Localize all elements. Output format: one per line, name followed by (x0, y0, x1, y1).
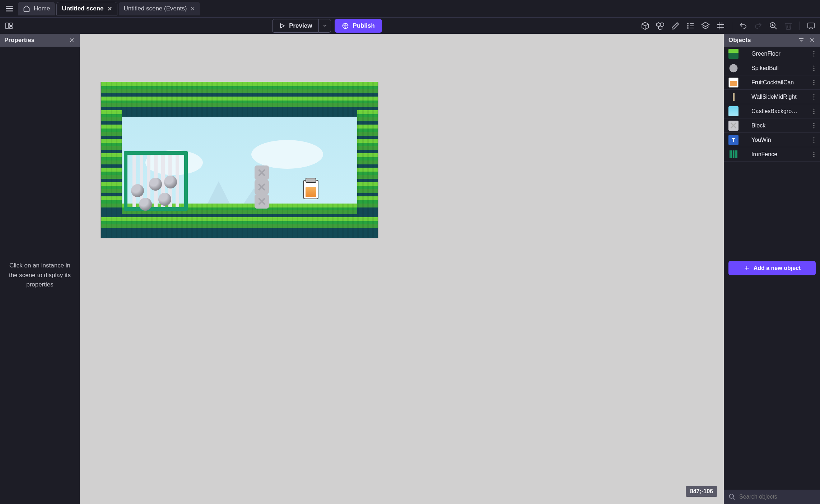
svg-rect-5 (10, 27, 12, 29)
layers-icon[interactable] (700, 20, 711, 31)
svg-point-38 (813, 82, 814, 83)
svg-point-45 (813, 113, 814, 114)
grid-icon[interactable] (715, 20, 726, 31)
add-object-label: Add a new object (754, 265, 801, 271)
tab-events[interactable]: Untitled scene (Events) ✕ (119, 2, 200, 15)
objects-title: Objects (728, 37, 751, 44)
more-icon[interactable] (811, 78, 817, 87)
add-object-button[interactable]: Add a new object (728, 261, 816, 275)
scene-settings-button[interactable] (806, 20, 816, 31)
redo-button (753, 20, 764, 31)
preview-label: Preview (289, 22, 312, 29)
object-name: SpikedBall (743, 65, 806, 71)
object-row[interactable]: GreenFloor (724, 47, 820, 61)
preview-button[interactable]: Preview (272, 19, 319, 33)
close-icon[interactable] (68, 37, 75, 44)
svg-point-50 (813, 139, 814, 140)
svg-point-37 (813, 80, 814, 81)
svg-point-33 (813, 55, 814, 56)
object-row[interactable]: WallSideMidRight (724, 90, 820, 104)
undo-button[interactable] (738, 20, 749, 31)
svg-rect-4 (10, 23, 12, 25)
scene-canvas[interactable] (101, 82, 378, 238)
svg-point-41 (813, 96, 814, 97)
object-thumb (728, 106, 739, 116)
object-thumb (728, 63, 739, 73)
cube-icon[interactable] (640, 20, 651, 31)
instances-icon[interactable] (655, 20, 666, 31)
more-icon[interactable] (811, 136, 817, 144)
svg-marker-14 (702, 22, 709, 27)
more-icon[interactable] (811, 150, 817, 159)
zoom-button[interactable] (768, 20, 779, 31)
objects-list: GreenFloorSpikedBallFruitCocktailCanWall… (724, 47, 820, 257)
tab-home[interactable]: Home (18, 2, 55, 15)
close-icon[interactable]: ✕ (190, 5, 195, 12)
object-thumb (728, 92, 739, 102)
object-row[interactable]: Block (724, 118, 820, 133)
object-name: CastlesBackgro… (743, 108, 806, 115)
publish-button[interactable]: Publish (335, 19, 382, 33)
more-icon[interactable] (811, 121, 817, 130)
svg-point-31 (813, 51, 814, 52)
svg-point-40 (813, 94, 814, 95)
objects-header: Objects (724, 34, 820, 47)
object-name: GreenFloor (743, 51, 806, 57)
more-icon[interactable] (811, 93, 817, 101)
object-row[interactable]: IronFence (724, 147, 820, 162)
svg-point-39 (813, 84, 814, 85)
preview-dropdown-button[interactable] (319, 19, 331, 33)
object-thumb (728, 78, 739, 88)
trash-button (783, 20, 794, 31)
block (255, 180, 269, 194)
block (255, 165, 269, 180)
fruit-cocktail-can (303, 180, 318, 199)
svg-rect-23 (808, 23, 814, 28)
more-icon[interactable] (811, 64, 817, 73)
green-floor (101, 110, 122, 210)
main-menu-button[interactable] (2, 1, 17, 16)
toolbar: Preview Publish (0, 17, 820, 34)
search-icon (728, 493, 736, 500)
more-icon[interactable] (811, 50, 817, 58)
object-row[interactable]: TYouWin (724, 133, 820, 147)
search-input[interactable] (739, 494, 816, 500)
object-row[interactable]: FruitCocktailCan (724, 75, 820, 90)
cloud (251, 140, 323, 169)
svg-rect-3 (6, 23, 8, 29)
svg-point-42 (813, 98, 814, 99)
object-name: FruitCocktailCan (743, 79, 806, 86)
scene-viewport[interactable]: 847;-106 (80, 34, 724, 504)
properties-header: Properties (0, 34, 80, 47)
object-name: YouWin (743, 137, 806, 143)
green-floor (101, 103, 378, 117)
close-icon[interactable] (809, 37, 816, 44)
filter-icon[interactable] (798, 37, 805, 44)
svg-marker-6 (281, 24, 285, 28)
tab-scene[interactable]: Untitled scene ✕ (56, 2, 117, 15)
green-floor (101, 224, 378, 238)
object-thumb (728, 121, 739, 131)
main-area: Properties Click on an instance in the s… (0, 34, 820, 504)
tab-home-label: Home (34, 5, 50, 12)
separator (800, 22, 800, 30)
object-row[interactable]: CastlesBackgro… (724, 104, 820, 118)
svg-point-10 (688, 28, 688, 28)
object-row[interactable]: SpikedBall (724, 61, 820, 75)
list-icon[interactable] (685, 20, 696, 31)
svg-point-48 (813, 127, 814, 128)
object-thumb (728, 149, 739, 159)
svg-point-9 (688, 25, 688, 26)
block-stack (255, 165, 269, 209)
svg-point-34 (813, 65, 814, 66)
block (255, 194, 269, 209)
tab-scene-label: Untitled scene (62, 5, 103, 12)
object-thumb: T (728, 135, 739, 145)
close-icon[interactable]: ✕ (107, 5, 112, 12)
separator (732, 22, 732, 30)
object-name: IronFence (743, 151, 806, 158)
more-icon[interactable] (811, 107, 817, 116)
panels-toggle-button[interactable] (4, 20, 14, 31)
green-floor (357, 110, 378, 210)
edit-icon[interactable] (670, 20, 681, 31)
